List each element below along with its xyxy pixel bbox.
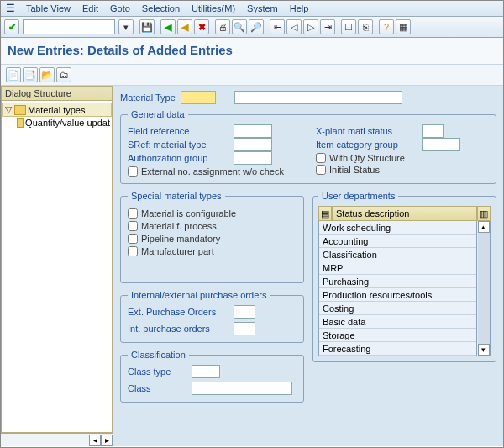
user-dep-scrollbar[interactable]: ▴ ▾ bbox=[477, 221, 491, 356]
user-dep-cell: Classification bbox=[323, 250, 377, 260]
command-field[interactable] bbox=[23, 19, 115, 34]
scroll-right-button[interactable]: ▸ bbox=[101, 435, 113, 446]
menu-edit[interactable]: Edit bbox=[77, 3, 103, 14]
user-dep-row[interactable]: Accounting bbox=[319, 235, 476, 248]
chk-with-qty-structure[interactable] bbox=[316, 153, 326, 163]
menu-selection[interactable]: Selection bbox=[137, 3, 185, 14]
chk-pipeline-mandatory[interactable] bbox=[128, 234, 138, 244]
lbl-class: Class bbox=[128, 383, 186, 393]
user-dep-row[interactable]: Basic data bbox=[319, 315, 476, 329]
legend-general-data: General data bbox=[128, 109, 188, 119]
input-field-reference[interactable] bbox=[234, 124, 272, 138]
user-dep-cell: Costing bbox=[323, 303, 354, 314]
chk-material-f-process[interactable] bbox=[128, 221, 138, 231]
user-dep-select-all[interactable]: ▤ bbox=[318, 206, 332, 221]
user-dep-row[interactable]: Purchasing bbox=[319, 275, 476, 288]
input-item-category-group[interactable] bbox=[422, 138, 460, 151]
scroll-up-button[interactable]: ▴ bbox=[478, 221, 490, 233]
find-button[interactable]: 🔍 bbox=[232, 19, 247, 34]
input-class[interactable] bbox=[192, 382, 292, 395]
print-button[interactable]: 🖨 bbox=[215, 19, 230, 34]
layout-button[interactable]: ▦ bbox=[396, 19, 411, 34]
prev-page-button[interactable]: ◁ bbox=[286, 19, 302, 34]
material-type-label: Material Type bbox=[120, 92, 176, 103]
user-dep-row[interactable]: MRP bbox=[319, 261, 476, 275]
page-title: New Entries: Details of Added Entries bbox=[1, 38, 503, 65]
input-int-po[interactable] bbox=[234, 322, 255, 335]
menu-system[interactable]: System bbox=[242, 3, 283, 14]
save-button[interactable]: 💾 bbox=[139, 19, 155, 34]
app-btn-3[interactable]: 📂 bbox=[39, 67, 55, 82]
material-type-key-input[interactable] bbox=[181, 91, 216, 104]
user-dep-cell: Storage bbox=[323, 330, 355, 340]
window-menu-icon[interactable]: ☰ bbox=[4, 3, 16, 14]
last-page-button[interactable]: ⇥ bbox=[320, 19, 335, 34]
user-dep-row[interactable]: Costing bbox=[319, 302, 476, 315]
next-page-button[interactable]: ▷ bbox=[303, 19, 318, 34]
input-sref-material-type[interactable] bbox=[234, 138, 272, 151]
user-dep-list[interactable]: Work scheduling Accounting Classificatio… bbox=[318, 221, 477, 356]
lbl-class-type: Class type bbox=[128, 366, 186, 377]
user-dep-cell: Accounting bbox=[323, 236, 368, 246]
chk-initial-status[interactable] bbox=[316, 165, 326, 175]
menu-help[interactable]: Help bbox=[285, 3, 314, 14]
scroll-down-button[interactable]: ▾ bbox=[478, 344, 490, 356]
legend-special-material-types: Special material types bbox=[128, 191, 225, 201]
lbl-manufacturer-part: Manufacturer part bbox=[141, 246, 214, 256]
menu-goto[interactable]: Goto bbox=[105, 3, 135, 14]
user-dep-row[interactable]: Work scheduling bbox=[319, 221, 476, 235]
shortcut-button[interactable]: ⎘ bbox=[358, 19, 373, 34]
chk-external-no[interactable] bbox=[128, 166, 138, 177]
user-dep-cell: Forecasting bbox=[323, 344, 370, 354]
input-authorization-group[interactable] bbox=[234, 151, 272, 165]
collapse-icon[interactable]: ▽ bbox=[4, 104, 13, 115]
find-next-button[interactable]: 🔎 bbox=[249, 19, 264, 34]
app-btn-1[interactable]: 📄 bbox=[6, 67, 21, 82]
tree-item-material-types[interactable]: ▽ Material types bbox=[2, 103, 112, 117]
input-class-type[interactable] bbox=[192, 365, 220, 378]
user-dep-config-icon[interactable]: ▥ bbox=[477, 206, 491, 221]
enter-button[interactable]: ✔ bbox=[4, 19, 19, 34]
scroll-left-button[interactable]: ◂ bbox=[89, 435, 101, 446]
chk-material-configurable[interactable] bbox=[128, 208, 138, 219]
cancel-button[interactable]: ✖ bbox=[194, 19, 209, 34]
group-user-departments: User departments ▤ Status description ▥ … bbox=[312, 191, 496, 362]
command-dropdown[interactable]: ▾ bbox=[118, 19, 134, 34]
user-dep-header-row: ▤ Status description ▥ bbox=[318, 206, 491, 221]
new-session-button[interactable]: ☐ bbox=[341, 19, 356, 34]
user-dep-row[interactable]: Production resources/tools bbox=[319, 288, 476, 302]
tree-label: Quantity/value updat bbox=[25, 118, 110, 128]
folder-icon bbox=[17, 118, 24, 128]
menu-bar: ☰ Table View Edit Goto Selection Utiliti… bbox=[1, 1, 503, 17]
chk-manufacturer-part[interactable] bbox=[128, 246, 138, 256]
help-button[interactable]: ? bbox=[379, 19, 394, 34]
user-dep-col-header[interactable]: Status description bbox=[332, 206, 477, 221]
app-btn-2[interactable]: 📑 bbox=[23, 67, 38, 82]
tree-label: Material types bbox=[28, 105, 85, 115]
exit-button[interactable]: ◀ bbox=[177, 19, 192, 34]
scroll-track[interactable] bbox=[478, 233, 490, 344]
group-general-data: General data Field reference SRef: mater… bbox=[120, 109, 496, 184]
lbl-field-reference: Field reference bbox=[128, 126, 228, 136]
sidebar-scroll: ◂ ▸ bbox=[1, 433, 113, 446]
material-type-desc-input[interactable] bbox=[234, 91, 402, 104]
first-page-button[interactable]: ⇤ bbox=[270, 19, 285, 34]
user-dep-cell: Work scheduling bbox=[323, 223, 391, 233]
menu-utilities[interactable]: Utilities(M) bbox=[186, 3, 240, 14]
lbl-material-f-process: Material f. process bbox=[141, 221, 217, 231]
lbl-material-configurable: Material is configurable bbox=[141, 208, 236, 219]
app-btn-4[interactable]: 🗂 bbox=[56, 67, 71, 82]
user-dep-row[interactable]: Storage bbox=[319, 329, 476, 342]
user-dep-row[interactable]: Classification bbox=[319, 248, 476, 261]
group-classification: Classification Class type Class bbox=[120, 350, 304, 403]
menu-table-view[interactable]: Table View bbox=[21, 3, 76, 14]
back-button[interactable]: ◀ bbox=[160, 19, 176, 34]
group-internal-external-po: Internal/external purchase orders Ext. P… bbox=[120, 290, 304, 343]
body: Dialog Structure ▽ Material types Quanti… bbox=[1, 86, 503, 446]
input-ext-po[interactable] bbox=[234, 305, 255, 319]
user-dep-row[interactable]: Forecasting bbox=[319, 342, 476, 356]
dialog-structure-tree[interactable]: ▽ Material types Quantity/value updat bbox=[1, 101, 113, 433]
folder-icon bbox=[14, 105, 26, 115]
input-xplant-status[interactable] bbox=[422, 124, 444, 138]
tree-item-qty-value[interactable]: Quantity/value updat bbox=[2, 117, 112, 129]
